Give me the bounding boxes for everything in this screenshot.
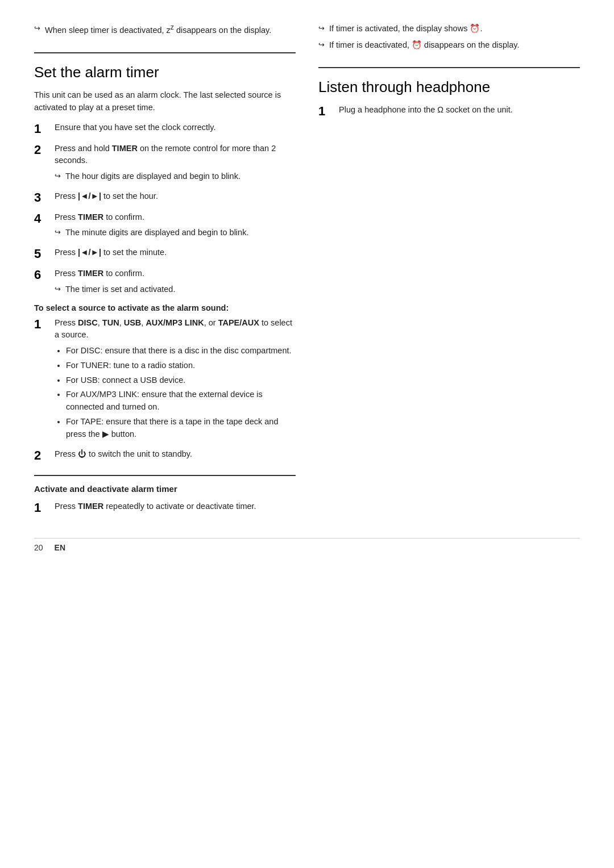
activate-step-text-1: Press TIMER repeatedly to activate or de… — [55, 502, 256, 511]
headphone-step-1: 1 Plug a headphone into the Ω socket on … — [318, 104, 580, 119]
bullet-item-6a: ↪ The timer is set and activated. — [55, 283, 296, 295]
dot-item-tape: For TAPE: ensure that there is a tape in… — [66, 416, 296, 441]
right-column: ↪ If timer is activated, the display sho… — [318, 23, 580, 521]
arrow-icon: ↪ — [55, 284, 61, 295]
sub-bullets-6: ↪ The timer is set and activated. — [55, 283, 296, 295]
source-step-text-2: Press ⏻ to switch the unit to standby. — [55, 449, 192, 458]
activate-section: Activate and deactivate alarm timer 1 Pr… — [34, 475, 296, 515]
step-content-3: Press |◄/►| to set the hour. — [55, 190, 296, 203]
source-step-number-2: 2 — [34, 448, 55, 463]
step-content-4: Press TIMER to confirm. ↪ The minute dig… — [55, 211, 296, 241]
step-text-6: Press TIMER to confirm. — [55, 269, 144, 278]
bullet-item-2a: ↪ The hour digits are displayed and begi… — [55, 170, 296, 182]
step-2: 2 Press and hold TIMER on the remote con… — [34, 143, 296, 185]
step-4: 4 Press TIMER to confirm. ↪ The minute d… — [34, 211, 296, 241]
step-content-5: Press |◄/►| to set the minute. — [55, 247, 296, 259]
source-step-1: 1 Press DISC, TUN, USB, AUX/MP3 LINK, or… — [34, 317, 296, 443]
step-number-1: 1 — [34, 122, 55, 136]
right-bullet-text-2: If timer is deactivated, ⏰ disappears on… — [329, 39, 519, 51]
language-code: EN — [55, 543, 65, 552]
activate-step-1: 1 Press TIMER repeatedly to activate or … — [34, 500, 296, 515]
step-content-2: Press and hold TIMER on the remote contr… — [55, 143, 296, 185]
listen-headphone-heading: Listen through headphone — [318, 76, 580, 96]
bullet-text: When sleep timer is deactivated, zz disa… — [45, 23, 271, 36]
bullet-item-4a: ↪ The minute digits are displayed and be… — [55, 227, 296, 239]
step-content-6: Press TIMER to confirm. ↪ The timer is s… — [55, 268, 296, 298]
page-footer: 20 EN — [34, 538, 580, 552]
arrow-icon: ↪ — [55, 227, 61, 238]
step-3: 3 Press |◄/►| to set the hour. — [34, 190, 296, 205]
step-text-2: Press and hold TIMER on the remote contr… — [55, 144, 276, 165]
right-section-divider — [318, 67, 580, 68]
page-number: 20 — [34, 543, 43, 552]
headphone-step-text-1: Plug a headphone into the Ω socket on th… — [339, 105, 513, 114]
arrow-icon: ↪ — [34, 23, 40, 34]
bullet-text-2a: The hour digits are displayed and begin … — [65, 170, 240, 182]
step-number-2: 2 — [34, 143, 55, 157]
dot-item-disc: For DISC: ensure that there is a disc in… — [66, 345, 296, 357]
section-divider — [34, 52, 296, 53]
arrow-icon: ↪ — [318, 23, 325, 34]
right-bullet-2: ↪ If timer is deactivated, ⏰ disappears … — [318, 39, 580, 51]
source-step-number-1: 1 — [34, 317, 55, 332]
bullet-text-6a: The timer is set and activated. — [65, 283, 175, 295]
activate-heading: Activate and deactivate alarm timer — [34, 484, 296, 494]
step-text-5: Press |◄/►| to set the minute. — [55, 248, 167, 257]
source-step-2: 2 Press ⏻ to switch the unit to standby. — [34, 448, 296, 463]
step-5: 5 Press |◄/►| to set the minute. — [34, 247, 296, 261]
dot-item-tuner: For TUNER: tune to a radio station. — [66, 360, 296, 372]
left-column: ↪ When sleep timer is deactivated, zz di… — [34, 23, 296, 521]
top-bullets-right: ↪ If timer is activated, the display sho… — [318, 23, 580, 51]
step-text-4: Press TIMER to confirm. — [55, 212, 144, 222]
dot-item-usb: For USB: connect a USB device. — [66, 374, 296, 387]
right-bullet-text-1: If timer is activated, the display shows… — [329, 23, 482, 35]
right-bullet-1: ↪ If timer is activated, the display sho… — [318, 23, 580, 35]
source-step-content-2: Press ⏻ to switch the unit to standby. — [55, 448, 296, 461]
source-dot-list: For DISC: ensure that there is a disc in… — [55, 345, 296, 440]
bullet-text-4a: The minute digits are displayed and begi… — [65, 227, 248, 239]
step-number-6: 6 — [34, 268, 55, 282]
step-text-1: Ensure that you have set the clock corre… — [55, 123, 215, 132]
arrow-icon: ↪ — [55, 171, 61, 182]
step-1: 1 Ensure that you have set the clock cor… — [34, 122, 296, 136]
bullet-item: ↪ When sleep timer is deactivated, zz di… — [34, 23, 296, 36]
step-6: 6 Press TIMER to confirm. ↪ The timer is… — [34, 268, 296, 298]
activate-step-content-1: Press TIMER repeatedly to activate or de… — [55, 500, 296, 513]
source-step-content-1: Press DISC, TUN, USB, AUX/MP3 LINK, or T… — [55, 317, 296, 443]
sub-bullets-4: ↪ The minute digits are displayed and be… — [55, 227, 296, 239]
headphone-step-content-1: Plug a headphone into the Ω socket on th… — [339, 104, 580, 116]
step-number-4: 4 — [34, 211, 55, 226]
step-number-3: 3 — [34, 190, 55, 205]
top-bullets-left: ↪ When sleep timer is deactivated, zz di… — [34, 23, 296, 36]
source-step-text-1: Press DISC, TUN, USB, AUX/MP3 LINK, or T… — [55, 318, 292, 340]
set-alarm-timer-intro: This unit can be used as an alarm clock.… — [34, 89, 296, 114]
sub-bullets-2: ↪ The hour digits are displayed and begi… — [55, 170, 296, 182]
step-number-5: 5 — [34, 247, 55, 261]
activate-step-number-1: 1 — [34, 500, 55, 515]
dot-item-aux: For AUX/MP3 LINK: ensure that the extern… — [66, 389, 296, 414]
step-text-3: Press |◄/►| to set the hour. — [55, 191, 158, 201]
arrow-icon: ↪ — [318, 40, 325, 51]
headphone-step-number-1: 1 — [318, 104, 339, 119]
source-section-heading: To select a source to activate as the al… — [34, 303, 296, 312]
step-content-1: Ensure that you have set the clock corre… — [55, 122, 296, 134]
listen-headphone-section: Listen through headphone 1 Plug a headph… — [318, 76, 580, 119]
set-alarm-timer-heading: Set the alarm timer — [34, 61, 296, 81]
